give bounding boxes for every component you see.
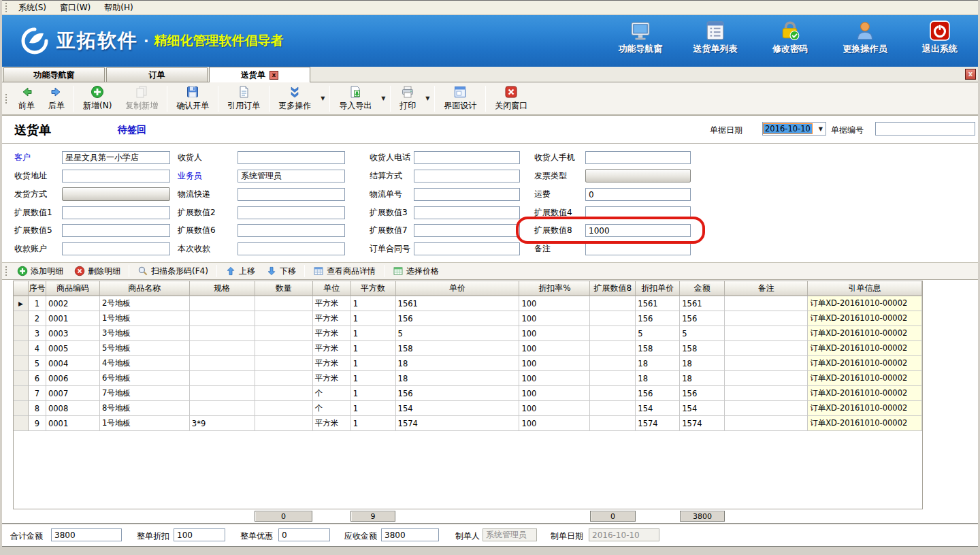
table-row[interactable]: 200011号地板平方米1156100156156订单XD-20161010-0… — [14, 311, 922, 326]
bottom-field-input-3[interactable] — [381, 528, 439, 541]
grid-cell[interactable]: 0005 — [46, 341, 100, 356]
detail-button-8[interactable]: 查看商品详情 — [308, 264, 381, 279]
field-input-5[interactable] — [238, 170, 345, 183]
grid-cell[interactable]: 5 — [680, 326, 725, 341]
grid-cell[interactable]: 4 — [29, 341, 46, 356]
grid-cell[interactable]: 0004 — [46, 356, 100, 371]
tabbar-close-button[interactable]: x — [965, 69, 976, 80]
grid-cell[interactable]: 1561 — [680, 296, 725, 311]
grid-cell[interactable]: 平方米 — [313, 311, 351, 326]
grid-cell[interactable]: 个 — [313, 386, 351, 401]
tab-1[interactable]: 功能导航窗 — [3, 67, 105, 82]
grid-cell[interactable]: 1561 — [636, 296, 680, 311]
grid-column-header[interactable]: 商品名称 — [100, 281, 190, 296]
menu-item-0[interactable]: 系统(S) — [12, 1, 53, 15]
grid-cell[interactable]: 1574 — [636, 416, 680, 431]
grid-cell[interactable] — [255, 386, 313, 401]
grid-cell[interactable] — [590, 416, 636, 431]
grid-cell[interactable]: 3号地板 — [100, 326, 190, 341]
toolbar-button-12[interactable]: 导入导出 — [332, 84, 378, 114]
table-row[interactable]: 800088号地板个1154100154154订单XD-20161010-000… — [14, 401, 922, 416]
grid-cell[interactable]: 156 — [636, 311, 680, 326]
grid-cell[interactable]: 18 — [680, 356, 725, 371]
grid-cell[interactable]: 订单XD-20161010-00002 — [808, 401, 922, 416]
table-row[interactable]: ▶100022号地板平方米1156110015611561订单XD-201610… — [14, 296, 922, 311]
field-input-20[interactable] — [62, 242, 170, 255]
grid-cell[interactable]: 1574 — [396, 416, 520, 431]
field-input-22[interactable] — [414, 242, 520, 255]
field-input-23[interactable] — [585, 242, 691, 255]
grid-cell[interactable]: 1号地板 — [100, 416, 190, 431]
grid-column-header[interactable]: 备注 — [725, 281, 808, 296]
grid-cell[interactable]: 156 — [636, 386, 680, 401]
grid-column-header[interactable]: 单位 — [313, 281, 351, 296]
grid-cell[interactable]: 100 — [519, 326, 590, 341]
detail-button-3[interactable]: 扫描条形码(F4) — [132, 264, 214, 279]
detail-button-1[interactable]: 删除明细 — [69, 264, 126, 279]
grid-cell[interactable]: 3*9 — [190, 416, 255, 431]
grid-cell[interactable] — [190, 401, 255, 416]
grid-cell[interactable] — [725, 296, 808, 311]
grid-cell[interactable] — [590, 356, 636, 371]
grid-cell[interactable]: 平方米 — [313, 356, 351, 371]
toolbar-button-18[interactable]: 关闭窗口 — [488, 84, 534, 114]
grid-cell[interactable]: 5号地板 — [100, 341, 190, 356]
grid-cell[interactable] — [255, 401, 313, 416]
grid-cell[interactable]: 158 — [636, 341, 680, 356]
doc-date-combobox[interactable]: 2016-10-10 ▼ — [762, 122, 826, 136]
grid-column-header[interactable]: 数量 — [255, 281, 313, 296]
grid-cell[interactable]: 1号地板 — [100, 311, 190, 326]
grid-cell[interactable]: 1 — [351, 401, 396, 416]
grid-cell[interactable] — [255, 341, 313, 356]
grid-cell[interactable] — [255, 311, 313, 326]
field-input-10[interactable] — [414, 188, 520, 201]
field-input-11[interactable] — [585, 188, 691, 201]
grid-cell[interactable]: 平方米 — [313, 326, 351, 341]
grid-cell[interactable]: 154 — [396, 401, 520, 416]
field-input-14[interactable] — [414, 206, 520, 219]
field-input-4[interactable] — [62, 170, 170, 183]
grid-column-header[interactable]: 折扣率% — [519, 281, 590, 296]
grid-cell[interactable] — [190, 356, 255, 371]
table-row[interactable]: 700077号地板个1156100156156订单XD-20161010-000… — [14, 386, 922, 401]
grid-column-header[interactable]: 序号 — [29, 281, 46, 296]
grid-cell[interactable]: 158 — [680, 341, 725, 356]
quick-action-5[interactable]: 退出系统 — [911, 20, 968, 55]
grid-cell[interactable] — [725, 326, 808, 341]
toolbar-button-14[interactable]: 打印 — [393, 84, 423, 114]
grid-cell[interactable] — [255, 356, 313, 371]
grid-cell[interactable]: 100 — [519, 416, 590, 431]
field-input-3[interactable] — [585, 151, 691, 164]
grid-column-header[interactable]: 扩展数值8 — [590, 281, 636, 296]
grid-cell[interactable]: 1574 — [680, 416, 725, 431]
grid-cell[interactable]: 154 — [680, 401, 725, 416]
field-input-15[interactable] — [585, 206, 691, 219]
grid-cell[interactable] — [590, 386, 636, 401]
grid-cell[interactable] — [255, 416, 313, 431]
grid-column-header[interactable]: 引单信息 — [808, 281, 922, 296]
grid-cell[interactable]: 订单XD-20161010-00002 — [808, 386, 922, 401]
grid-cell[interactable]: 156 — [396, 311, 520, 326]
grid-cell[interactable]: 1 — [351, 356, 396, 371]
grid-cell[interactable]: 5 — [636, 326, 680, 341]
grid-cell[interactable]: 3 — [29, 326, 46, 341]
grid-cell[interactable]: 2 — [29, 311, 46, 326]
grid-cell[interactable]: 1 — [29, 296, 46, 311]
grid-cell[interactable]: 6 — [29, 371, 46, 386]
grid-cell[interactable] — [590, 326, 636, 341]
grid-cell[interactable]: 100 — [519, 311, 590, 326]
grid-cell[interactable]: 9 — [29, 416, 46, 431]
grid-cell[interactable] — [190, 386, 255, 401]
toolbar-button-8[interactable]: 引用订单 — [220, 84, 267, 114]
table-row[interactable]: 400055号地板平方米1158100158158订单XD-20161010-0… — [14, 341, 922, 356]
dropdown-arrow-icon[interactable]: ▼ — [378, 84, 388, 114]
grid-column-header[interactable]: 金额 — [680, 281, 725, 296]
grid-cell[interactable]: 订单XD-20161010-00002 — [808, 371, 922, 386]
grid-cell[interactable] — [590, 296, 636, 311]
grid-cell[interactable]: 8 — [29, 401, 46, 416]
detail-button-10[interactable]: 选择价格 — [387, 264, 444, 279]
quick-action-4[interactable]: 更换操作员 — [836, 20, 894, 55]
grid-cell[interactable] — [725, 371, 808, 386]
grid-cell[interactable]: 6号地板 — [100, 371, 190, 386]
grid-cell[interactable] — [725, 341, 808, 356]
